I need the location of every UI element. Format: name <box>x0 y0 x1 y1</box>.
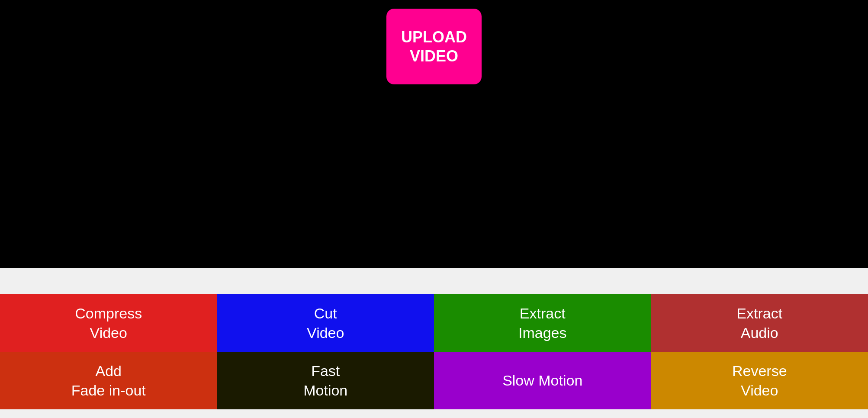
upload-video-button[interactable]: UPLOADVIDEO <box>386 9 482 84</box>
video-area: UPLOADVIDEO <box>0 0 868 268</box>
extract-images-button[interactable]: ExtractImages <box>434 294 651 352</box>
reverse-video-button[interactable]: ReverseVideo <box>651 352 868 409</box>
slow-motion-button[interactable]: Slow Motion <box>434 352 651 409</box>
compress-video-button[interactable]: CompressVideo <box>0 294 217 352</box>
cut-video-button[interactable]: CutVideo <box>217 294 434 352</box>
actions-grid: CompressVideo CutVideo ExtractImages Ext… <box>0 294 868 409</box>
add-fade-button[interactable]: AddFade in-out <box>0 352 217 409</box>
gap-area <box>0 268 868 294</box>
extract-audio-button[interactable]: ExtractAudio <box>651 294 868 352</box>
fast-motion-button[interactable]: FastMotion <box>217 352 434 409</box>
